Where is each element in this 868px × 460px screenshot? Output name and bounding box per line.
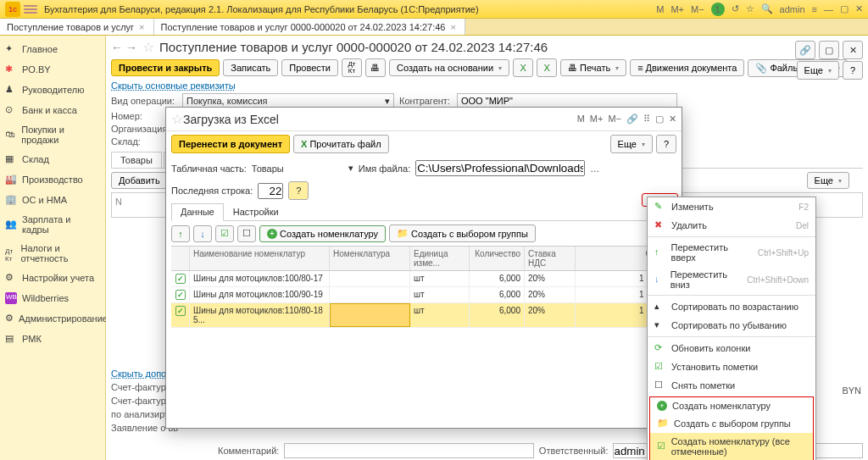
help-icon[interactable]: ? bbox=[843, 61, 863, 80]
sidebar-item-settings[interactable]: ⚙Настройки учета bbox=[0, 268, 105, 288]
ctx-sort-asc[interactable]: ▴Сортировать по возрастанию bbox=[648, 297, 815, 316]
calc-m[interactable]: M bbox=[577, 114, 585, 125]
browse-icon[interactable]: … bbox=[590, 163, 599, 174]
settings-icon[interactable]: ⠿ bbox=[643, 114, 650, 125]
col-unit[interactable]: Единица изме... bbox=[410, 247, 470, 270]
ctx-refresh[interactable]: ⟳Обновить колонки bbox=[648, 339, 815, 357]
sidebar-item-main[interactable]: ✦Главное bbox=[0, 39, 105, 59]
sidebar-item-hr[interactable]: 👥Зарплата и кадры bbox=[0, 210, 105, 239]
read-file-button[interactable]: X Прочитать файл bbox=[293, 135, 388, 153]
back-icon[interactable]: ← bbox=[111, 41, 123, 54]
close-doc-icon[interactable]: ✕ bbox=[843, 41, 863, 59]
movements-button[interactable]: ≡ Движения документа bbox=[630, 59, 744, 76]
row-checkbox[interactable]: ✓ bbox=[175, 274, 186, 284]
star-icon[interactable]: ☆ bbox=[142, 39, 154, 55]
calc-mplus[interactable]: M+ bbox=[670, 4, 684, 14]
col-nomenclature[interactable]: Номенклатура bbox=[330, 247, 410, 270]
save-button[interactable]: Записать bbox=[223, 59, 278, 76]
print-icon[interactable]: 🖶 bbox=[365, 58, 386, 77]
modal-tab-settings[interactable]: Настройки bbox=[224, 203, 288, 220]
lastrow-input[interactable] bbox=[258, 183, 283, 199]
add-button[interactable]: Добавить bbox=[111, 172, 168, 189]
search-icon[interactable]: 🔍 bbox=[761, 3, 773, 14]
col-vat[interactable]: Ставка НДС bbox=[525, 247, 576, 270]
calc-mplus[interactable]: M+ bbox=[590, 114, 604, 125]
more-button[interactable]: Еще bbox=[797, 61, 839, 80]
notification-icon[interactable]: 1 bbox=[711, 3, 725, 16]
tab-part-select[interactable]: Товары▾ bbox=[252, 163, 353, 174]
window-icon[interactable]: ▢ bbox=[819, 41, 839, 59]
help-icon[interactable]: ? bbox=[288, 181, 309, 200]
uncheck-all-icon[interactable]: ☐ bbox=[237, 225, 256, 242]
dt-kt-icon[interactable]: ДтКт bbox=[342, 58, 362, 77]
tab-1[interactable]: Поступление товаров и услуг 0000-000020 … bbox=[154, 19, 465, 35]
sidebar-item-manager[interactable]: ♟Руководителю bbox=[0, 80, 105, 100]
create-group-button[interactable]: 📁 Создать с выбором группы bbox=[389, 224, 536, 242]
table-row[interactable]: ✓ Шины для мотоциклов:100/80-17 шт 6,000… bbox=[171, 271, 676, 287]
sidebar-item-assets[interactable]: 🏢ОС и НМА bbox=[0, 190, 105, 210]
file-input[interactable] bbox=[415, 160, 585, 176]
hamburger-icon[interactable] bbox=[24, 3, 37, 15]
excel-export-icon[interactable]: X bbox=[537, 58, 557, 77]
more-grid-button[interactable]: Еще bbox=[807, 172, 849, 189]
close-app-icon[interactable]: ✕ bbox=[855, 3, 863, 14]
table-row[interactable]: ✓ Шины для мотоциклов:110/80-18 5... шт … bbox=[171, 303, 676, 328]
sidebar-item-tax[interactable]: ДтКтНалоги и отчетность bbox=[0, 239, 105, 268]
sidebar-item-rmk[interactable]: ▤РМК bbox=[0, 329, 105, 349]
col-name[interactable]: Наименование номенклатур bbox=[190, 247, 330, 270]
sidebar-item-sales[interactable]: 🛍Покупки и продажи bbox=[0, 120, 105, 149]
user-name[interactable]: admin bbox=[780, 4, 805, 14]
row-checkbox[interactable]: ✓ bbox=[175, 306, 186, 316]
close-icon[interactable]: ✕ bbox=[669, 114, 676, 125]
settings-icon[interactable]: ≡ bbox=[812, 4, 817, 14]
ctx-create-all[interactable]: ☑Создать номенклатуру (все отмеченные) bbox=[650, 433, 813, 460]
hide-main-link[interactable]: Скрыть основные реквизиты bbox=[111, 80, 236, 91]
forward-icon[interactable]: → bbox=[125, 41, 137, 54]
ctx-create-nom[interactable]: +Создать номенклатуру bbox=[650, 397, 813, 414]
create-based-button[interactable]: Создать на основании bbox=[389, 59, 509, 76]
minimize-icon[interactable]: — bbox=[824, 4, 833, 14]
star-icon[interactable]: ☆ bbox=[171, 111, 183, 127]
maximize-icon[interactable]: ▢ bbox=[840, 3, 849, 14]
table-row[interactable]: ✓ Шины для мотоциклов:100/90-19 шт 6,000… bbox=[171, 287, 676, 303]
ctx-create-group[interactable]: 📁Создать с выбором группы bbox=[650, 414, 813, 433]
excel-icon[interactable]: X bbox=[513, 58, 533, 77]
link-icon[interactable]: 🔗 bbox=[626, 114, 638, 125]
favorite-icon[interactable]: ☆ bbox=[746, 3, 754, 14]
ctx-set-marks[interactable]: ☑Установить пометки bbox=[648, 357, 815, 376]
sidebar-item-wb[interactable]: WBWildberries bbox=[0, 288, 105, 308]
sidebar-item-bank[interactable]: ⊙Банк и касса bbox=[0, 100, 105, 120]
print-menu-button[interactable]: 🖶 Печать bbox=[560, 59, 626, 76]
ctx-move-up[interactable]: ↑Переместить вверхCtrl+Shift+Up bbox=[648, 239, 815, 266]
process-close-button[interactable]: Провести и закрыть bbox=[111, 59, 220, 76]
sidebar-item-poby[interactable]: ✱PO.BY bbox=[0, 59, 105, 80]
ctx-clear-marks[interactable]: ☐Снять пометки bbox=[648, 376, 815, 395]
move-down-icon[interactable]: ↓ bbox=[193, 225, 212, 242]
ctx-move-down[interactable]: ↓Переместить внизCtrl+Shift+Down bbox=[648, 266, 815, 293]
comment-input[interactable] bbox=[284, 443, 534, 458]
create-nomenclature-button[interactable]: +Создать номенклатуру bbox=[259, 225, 386, 242]
ctx-delete[interactable]: ✖УдалитьDel bbox=[648, 216, 815, 235]
history-icon[interactable]: ↺ bbox=[732, 3, 739, 14]
transfer-button[interactable]: Перенести в документ bbox=[171, 135, 290, 153]
sidebar-item-warehouse[interactable]: ▦Склад bbox=[0, 149, 105, 169]
subtab-goods[interactable]: Товары bbox=[111, 152, 162, 168]
calc-mminus[interactable]: M− bbox=[608, 114, 621, 125]
move-up-icon[interactable]: ↑ bbox=[171, 225, 190, 242]
modal-more-button[interactable]: Еще bbox=[610, 135, 653, 153]
check-all-icon[interactable]: ☑ bbox=[215, 225, 234, 242]
calc-mminus[interactable]: M− bbox=[691, 4, 704, 14]
attach-icon[interactable]: 🔗 bbox=[795, 41, 815, 59]
close-icon[interactable]: × bbox=[448, 22, 457, 32]
col-qty[interactable]: Количество bbox=[470, 247, 525, 270]
row-checkbox[interactable]: ✓ bbox=[175, 290, 186, 300]
modal-tab-data[interactable]: Данные bbox=[171, 203, 224, 221]
tab-0[interactable]: Поступление товаров и услуг × bbox=[0, 19, 154, 35]
help-icon[interactable]: ? bbox=[656, 135, 676, 153]
calc-m[interactable]: M bbox=[656, 4, 664, 14]
cell-editing[interactable] bbox=[330, 303, 410, 327]
process-button[interactable]: Провести bbox=[281, 59, 338, 76]
close-icon[interactable]: × bbox=[137, 22, 146, 32]
ctx-sort-desc[interactable]: ▾Сортировать по убыванию bbox=[648, 316, 815, 335]
ctx-edit[interactable]: ✎ИзменитьF2 bbox=[648, 197, 815, 216]
